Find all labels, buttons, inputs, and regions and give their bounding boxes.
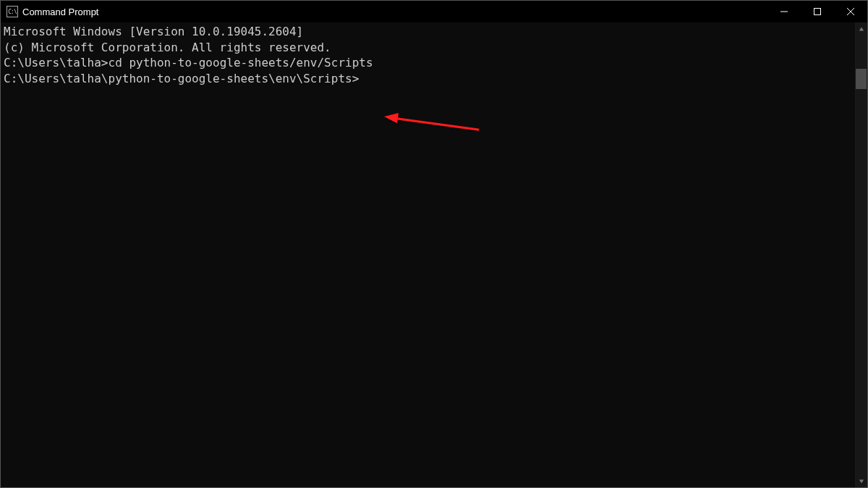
window-controls <box>767 1 867 22</box>
chevron-up-icon <box>859 26 864 32</box>
terminal-output[interactable]: Microsoft Windows [Version 10.0.19045.26… <box>1 22 855 487</box>
content-area: Microsoft Windows [Version 10.0.19045.26… <box>1 22 867 487</box>
close-button[interactable] <box>834 1 867 22</box>
chevron-down-icon <box>859 479 864 484</box>
svg-marker-5 <box>384 113 399 123</box>
annotation-arrow-icon <box>384 108 485 137</box>
svg-rect-1 <box>814 9 821 15</box>
terminal-line: (c) Microsoft Corporation. All rights re… <box>4 40 855 56</box>
terminal-line: C:\Users\talha\python-to-google-sheets\e… <box>4 71 855 87</box>
maximize-icon <box>814 8 821 15</box>
command-prompt-window: C:\ Command Prompt Microsoft Windows [Ve… <box>0 0 868 488</box>
minimize-button[interactable] <box>767 1 801 22</box>
svg-line-4 <box>393 118 478 130</box>
terminal-line: C:\Users\talha>cd python-to-google-sheet… <box>4 55 855 71</box>
cursor <box>359 72 365 85</box>
scroll-track[interactable] <box>856 35 867 475</box>
window-title: Command Prompt <box>22 7 98 17</box>
scroll-down-button[interactable] <box>856 475 867 487</box>
svg-marker-7 <box>859 479 864 483</box>
scroll-up-button[interactable] <box>856 22 867 35</box>
scroll-thumb[interactable] <box>856 69 867 89</box>
prompt: C:\Users\talha> <box>4 56 109 70</box>
vertical-scrollbar[interactable] <box>855 22 867 487</box>
maximize-button[interactable] <box>801 1 834 22</box>
terminal-line: Microsoft Windows [Version 10.0.19045.26… <box>4 24 855 40</box>
close-icon <box>847 8 854 15</box>
command-text: cd python-to-google-sheets/env/Scripts <box>109 56 373 70</box>
cmd-icon: C:\ <box>7 6 18 17</box>
svg-marker-6 <box>859 27 864 30</box>
titlebar[interactable]: C:\ Command Prompt <box>1 1 867 22</box>
prompt: C:\Users\talha\python-to-google-sheets\e… <box>4 72 359 85</box>
minimize-icon <box>780 8 788 15</box>
